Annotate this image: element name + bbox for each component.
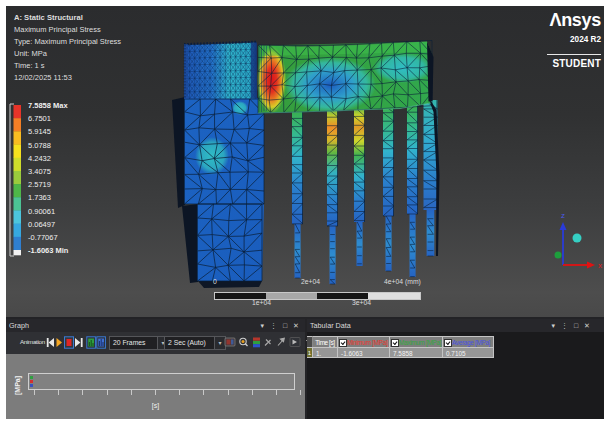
svg-text:x: x: [598, 261, 602, 270]
svg-text:z: z: [561, 211, 565, 220]
